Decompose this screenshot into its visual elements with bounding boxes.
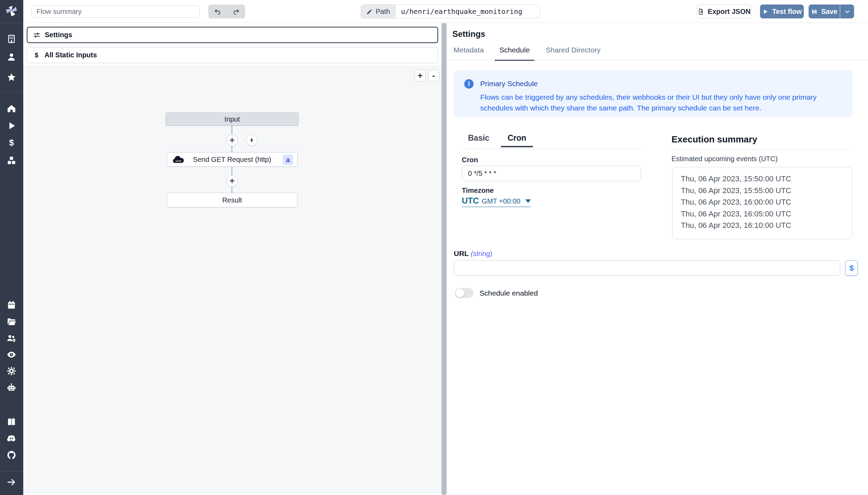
settings-title: Settings [452,29,485,39]
flow-panel: Settings $ All Static Inputs + - Input H… [23,23,441,495]
toggle-knob [456,289,464,297]
settings-gear-icon[interactable] [7,366,16,376]
node-send-get-request[interactable]: HTTP Send GET Request (http) a [167,152,298,167]
primary-schedule-infobox: i Primary Schedule Flows can be triggere… [454,70,852,117]
home-icon[interactable] [7,104,16,113]
svg-text:HTTP: HTTP [176,160,181,162]
execution-summary-divider [671,149,852,150]
settings-panel: Settings Metadata Schedule Shared Direct… [447,23,868,495]
schedule-enabled-toggle[interactable] [455,288,473,298]
save-icon [811,8,818,15]
node-result-label: Result [222,196,242,204]
play-icon [762,8,769,15]
github-icon[interactable] [7,450,16,460]
timezone-label: Timezone [462,187,494,195]
node-step-label: Send GET Request (http) [193,156,271,164]
folder-icon[interactable] [7,317,16,327]
sidebar-divider [0,471,23,471]
event-row: Thu, 06 Apr 2023, 16:10:00 UTC [681,220,852,231]
save-label: Save [821,8,837,16]
settings-tabs: Metadata Schedule Shared Directory [447,46,868,60]
export-json-button[interactable]: Export JSON [697,5,751,18]
svg-text:$: $ [35,51,38,59]
info-icon: i [464,79,474,89]
edit-path-button[interactable]: Path [361,5,395,18]
url-label-text: URL [454,249,469,257]
cron-label: Cron [462,156,478,164]
pencil-icon [366,8,373,15]
star-icon[interactable] [7,73,16,82]
execution-summary-subtitle: Estimated upcoming events (UTC) [671,155,778,163]
path-group: Path u/henri/earthquake_monitoring [361,5,540,18]
panel-scrollbar[interactable] [441,23,447,495]
node-input[interactable]: Input [166,113,299,126]
dollar-icon: $ [33,51,40,59]
add-step-button[interactable] [226,134,238,146]
scrollbar-thumb[interactable] [442,23,446,495]
flow-settings-label: Settings [45,31,72,39]
schedule-enabled-label: Schedule enabled [479,289,538,297]
event-row: Thu, 06 Apr 2023, 15:50:00 UTC [681,173,852,185]
windmill-logo-icon[interactable] [5,5,18,18]
file-export-icon [698,8,704,15]
groups-users-icon[interactable] [7,333,16,343]
url-type-hint: (string) [471,250,492,257]
flow-settings-box[interactable]: Settings [27,27,438,43]
test-flow-button[interactable]: Test flow [760,5,804,18]
save-dropdown-button[interactable] [840,5,854,18]
caret-down-icon [525,199,531,203]
path-value[interactable]: u/henri/earthquake_monitoring [395,5,540,18]
trigger-bolt-button[interactable] [246,134,258,146]
event-row: Thu, 06 Apr 2023, 16:00:00 UTC [681,196,852,208]
flow-graph: + - Input HTTP Send GET Request (http) a [23,66,441,493]
audit-eye-icon[interactable] [7,350,16,360]
event-row: Thu, 06 Apr 2023, 16:05:00 UTC [681,208,852,220]
all-static-inputs-box[interactable]: $ All Static Inputs [27,47,438,63]
schedule-mode-tabs: Basic Cron [462,133,641,149]
docs-book-icon[interactable] [7,417,16,427]
schedules-calendar-icon[interactable] [7,300,16,310]
workers-robot-icon[interactable] [7,383,16,393]
user-icon[interactable] [7,52,16,62]
svg-text:$: $ [9,138,14,147]
tab-shared-directory[interactable]: Shared Directory [546,46,601,60]
infobox-body: Flows can be triggered by any schedules,… [480,92,845,113]
chevron-down-icon [844,8,851,15]
url-input[interactable] [454,260,840,276]
runs-play-icon[interactable] [7,121,16,131]
tab-metadata[interactable]: Metadata [453,46,484,60]
expand-arrow-right-icon[interactable] [7,477,16,487]
flow-summary-input[interactable] [31,5,200,18]
schedule-enabled-row: Schedule enabled [455,288,538,298]
upcoming-events-box: Thu, 06 Apr 2023, 15:50:00 UTC Thu, 06 A… [672,167,852,239]
tab-basic[interactable]: Basic [468,133,489,143]
event-row: Thu, 06 Apr 2023, 15:55:00 UTC [681,185,852,197]
add-step-button[interactable] [226,175,238,187]
tab-cron[interactable]: Cron [508,133,526,143]
tab-schedule[interactable]: Schedule [499,46,530,60]
workspace-building-icon[interactable] [7,34,16,44]
sliders-icon [33,31,41,39]
undo-button[interactable] [208,5,227,18]
bolt-icon [249,137,255,143]
http-cloud-icon: HTTP [172,155,185,164]
variables-dollar-icon[interactable]: $ [7,138,16,148]
zoom-out-button[interactable]: - [428,70,439,81]
redo-button[interactable] [227,5,245,18]
zoom-in-button[interactable]: + [415,70,426,81]
cron-input[interactable] [462,166,641,181]
execution-summary-title: Execution summary [671,134,757,145]
discord-icon[interactable] [7,434,16,443]
timezone-value: UTC [462,196,479,206]
node-result[interactable]: Result [167,193,298,207]
node-step-id-badge: a [283,155,293,165]
timezone-select[interactable]: UTC GMT +00:00 [462,196,531,207]
save-button[interactable]: Save [809,5,840,18]
insert-variable-button[interactable]: $ [845,260,858,276]
resources-cubes-icon[interactable] [7,156,16,165]
test-flow-label: Test flow [772,8,802,16]
timezone-offset: GMT +00:00 [482,197,520,205]
path-label: Path [376,8,390,16]
topbar: Path u/henri/earthquake_monitoring Expor… [23,0,868,23]
windmill-flow-editor: $ [0,0,868,495]
